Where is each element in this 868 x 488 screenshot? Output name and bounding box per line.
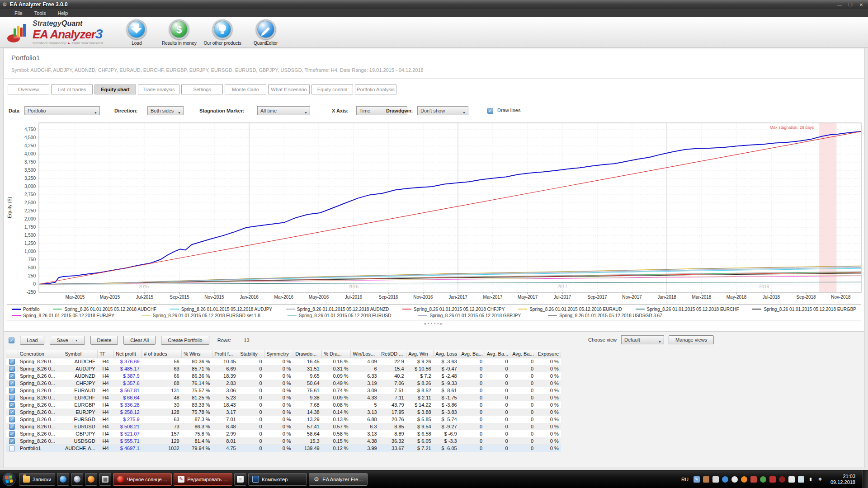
column-header[interactable]: Generation [18,350,63,358]
column-header[interactable]: Avg. Ba... [510,350,536,358]
column-header[interactable]: Ret/DD ... [379,350,406,358]
column-header[interactable]: Symbol [63,350,98,358]
taskbar-task-eaanalyzerfree[interactable]: EA Analyzer Free ... [309,473,368,486]
toolbar-button-results-in-money[interactable]: $Results in money [161,19,197,46]
row-checkbox[interactable] [9,446,15,451]
table-row[interactable]: ✓Spring_8.26 0...EURCHFH4$ 66.644881.25 … [6,394,561,401]
table-row[interactable]: ✓Spring_8.26 0...USDSGDH4$ 555.7112981.4… [6,437,561,445]
menu-item-help[interactable]: Help [57,10,68,16]
row-checkbox[interactable]: ✓ [9,366,15,372]
tab-monte-carlo[interactable]: Monte Carlo [225,84,266,94]
pager-next-arrow[interactable]: ▸ [440,321,444,326]
column-header[interactable]: Net profit [114,350,142,358]
taskbar-item-zapiski[interactable]: Записки [19,473,55,486]
start-button[interactable] [0,470,18,488]
language-indicator[interactable]: RU [681,477,689,482]
column-header[interactable]: TF [98,350,114,358]
create-portfolio-button[interactable]: Create Portfolio [161,336,209,345]
close-button[interactable]: ✕ [858,2,864,7]
draw-lines-checkbox[interactable]: ✓ [487,108,493,114]
brush-icon[interactable] [703,476,709,483]
toolbar-button-our-other-products[interactable]: Our other products [203,19,241,46]
speaker-icon[interactable] [788,476,795,483]
display-icon[interactable] [798,476,804,483]
table-row[interactable]: ✓Spring_8.26 0...EURSGDH4$ 275.96387.3 %… [6,416,561,423]
table-row[interactable]: ✓Spring_8.26 0...AUDCHFH4$ 376.695680.36… [6,358,561,365]
portfolio-row[interactable]: Portfolio1AUDCHF, A...H4$ 4697.1103279.9… [6,445,561,452]
tab-overview[interactable]: Overview [8,84,49,94]
data-select[interactable]: Portfolio▼ [24,106,100,115]
column-header[interactable]: % Dra... [322,350,351,358]
taskbar-task-чрноесолнце[interactable]: Чёрное солнце ... [113,473,172,486]
quicklaunch-disc-icon[interactable] [71,473,83,486]
row-checkbox[interactable]: ✓ [9,380,15,386]
row-checkbox[interactable]: ✓ [9,417,15,422]
column-header[interactable]: Avg. Win [406,350,434,358]
column-header[interactable]: Win/Los... [351,350,379,358]
table-row[interactable]: ✓Spring_8.26 0...EURAUDH4$ 567.8113175.5… [6,387,561,394]
shape-icon[interactable] [731,476,738,483]
taskbar-task-компьютер[interactable]: Компьютер [248,473,307,486]
pen-icon[interactable]: ✎ [693,476,700,483]
row-checkbox[interactable]: ✓ [9,395,15,401]
dropbox-icon[interactable]: ❖ [817,476,823,483]
delete-button[interactable]: Delete [90,336,118,345]
taskbar-task-редактироватьза[interactable]: Редактировать за... [174,473,232,486]
paint-icon[interactable] [750,476,757,483]
table-row[interactable]: ✓Spring_8.26 0...CHFJPYH4$ 357.68876.14 … [6,380,561,387]
clear-all-button[interactable]: Clear All [123,336,156,345]
column-header[interactable]: Stability [238,350,264,358]
avast-icon[interactable] [741,476,747,483]
tab-equity-chart[interactable]: Equity chart [94,84,136,94]
row-checkbox[interactable]: ✓ [9,359,15,365]
column-header[interactable]: Symmetry [264,350,293,358]
column-header[interactable]: Profit f... [212,350,238,358]
table-row[interactable]: ✓Spring_8.26 0...EURJPYH4$ 258.1212875.7… [6,408,561,416]
column-header[interactable]: % Wins [182,350,212,358]
column-header[interactable]: Exposure [536,350,561,358]
pager-prev-arrow[interactable]: ◂ [424,321,428,326]
table-row[interactable]: ✓Spring_8.26 0...GBPJPYH4$ 521.0715775.8… [6,430,561,437]
row-checkbox[interactable]: ✓ [9,373,15,379]
clock[interactable]: 21:0309.12.2018 [830,474,855,485]
pager-dot[interactable]: • [428,321,431,326]
table-row[interactable]: ✓Spring_8.26 0...EURGBPH4$ 336.283083.33… [6,401,561,408]
toolbar-button-load[interactable]: Load [118,19,155,46]
row-checkbox[interactable]: ✓ [9,409,15,415]
row-checkbox[interactable]: ✓ [9,424,15,430]
save-button[interactable]: Save▼ [50,336,85,345]
pager-dot[interactable]: • [431,321,434,326]
table-row[interactable]: ✓Spring_8.26 0...EURUSDH4$ 508.217386.3 … [6,423,561,430]
column-header[interactable]: Avg. Ba... [459,350,485,358]
select-all-checkbox[interactable]: ✓ [9,338,14,343]
menu-item-file[interactable]: File [14,10,23,16]
manage-views-button[interactable]: Manage views [669,335,714,344]
table-row[interactable]: ✓Spring_8.26 0...AUDNZDH4$ 387.96686.36 … [6,372,561,380]
toolbar-button-quanteditor[interactable]: QuantEditor [248,19,284,46]
stagnation-select[interactable]: All time▼ [257,106,310,115]
volume-muted-icon[interactable] [769,476,776,483]
quicklaunch-firefox-icon[interactable] [85,473,97,486]
row-checkbox[interactable]: ✓ [9,388,15,394]
load-button[interactable]: Load [20,336,44,345]
tab-settings[interactable]: Settings [181,84,223,94]
network-icon[interactable]: ▮ [807,476,814,483]
column-header[interactable]: Avg. Ba... [485,350,510,358]
minimize-button[interactable]: — [836,2,843,7]
badge-icon[interactable] [712,476,719,483]
taskbar-task[interactable] [234,473,246,486]
tab-list-of-trades[interactable]: List of trades [51,84,93,94]
row-checkbox[interactable]: ✓ [9,438,15,444]
browser-icon[interactable] [722,476,728,483]
column-header[interactable]: Drawdo... [293,350,322,358]
column-header[interactable]: # of trades [142,350,182,358]
view-select[interactable]: Default▼ [621,335,664,344]
usb-icon[interactable] [760,476,766,483]
show-desktop-button[interactable] [863,470,868,488]
app-red-icon[interactable] [779,476,785,483]
row-checkbox[interactable]: ✓ [9,402,15,408]
table-row[interactable]: ✓Spring_8.26 0...AUDJPYH4$ 485.176385.71… [6,365,561,372]
menu-item-tools[interactable]: Tools [34,10,46,16]
tab-what-if-scenario[interactable]: What If scenario [268,84,310,94]
drawdown-select[interactable]: Don't show▼ [417,106,468,115]
